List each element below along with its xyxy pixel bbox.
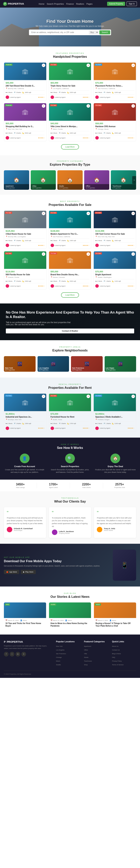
property-card[interactable]: For Sale ♥ $116,999 330 Yard Corner Hous…	[93, 211, 136, 249]
footer-quicklink-item[interactable]: Contact Us	[112, 648, 136, 651]
footer-category-link[interactable]: Shop	[84, 664, 88, 665]
signin-button[interactable]: Sign In	[127, 2, 137, 6]
property-card[interactable]: For Sale ♥ $58,000 Rainbow CRS Avenue 📍C…	[93, 103, 136, 141]
instagram-icon[interactable]: in	[16, 652, 20, 656]
footer-quicklink-item[interactable]: FAQ	[112, 656, 136, 658]
search-type-select[interactable]: Buy Rent	[89, 30, 99, 34]
footer-location-link[interactable]: New York	[56, 645, 63, 647]
footer-quicklink-link[interactable]: Privacy Policy	[112, 660, 122, 662]
wishlist-button[interactable]: ♥	[42, 212, 45, 215]
footer-location-link[interactable]: Miami	[56, 660, 60, 662]
footer-location-item[interactable]: New York	[56, 645, 80, 647]
footer-category-item[interactable]: Studio	[84, 656, 108, 658]
wishlist-button[interactable]: ♥	[132, 104, 135, 108]
twitter-icon[interactable]: t	[10, 652, 15, 656]
facebook-icon[interactable]: f	[4, 652, 8, 656]
neighborhood-card[interactable]: 🌆 New York 25 Properties	[4, 356, 35, 372]
apple-store-button[interactable]: 🍎 App Store	[4, 570, 19, 574]
type-card[interactable]: 🏠 Villas 18 Properties	[31, 170, 56, 190]
footer-location-item[interactable]: San Francisco	[56, 652, 80, 655]
property-card[interactable]: For Rent ♥ $2,000/m Spacious 2 Beds Avai…	[93, 394, 136, 432]
footer-location-item[interactable]: Chicago	[56, 656, 80, 658]
footer-quicklink-link[interactable]: Blog & News	[112, 653, 121, 655]
nav-pages[interactable]: Pages	[86, 3, 92, 5]
wishlist-button[interactable]: ♥	[42, 64, 45, 67]
footer-category-link[interactable]: Studio	[84, 656, 88, 658]
neighborhood-card[interactable]: 🌆 Los Angeles 18 Properties	[37, 356, 69, 372]
footer-location-link[interactable]: Los Angeles	[56, 649, 64, 651]
news-card[interactable]: NEWS 📅 March 5, 2024 👤 Admin Buying a Ho…	[94, 602, 136, 629]
step-title: Search Properties	[49, 465, 91, 468]
nav-home[interactable]: Home	[39, 3, 44, 5]
footer-location-item[interactable]: Los Angeles	[56, 648, 80, 651]
footer-quicklink-link[interactable]: Contact Us	[112, 649, 120, 651]
footer-category-item[interactable]: Office	[84, 648, 108, 651]
footer-category-item[interactable]: Townhouse	[84, 659, 108, 662]
types-next-btn[interactable]: ›	[132, 176, 136, 184]
footer-location-link[interactable]: Seattle	[56, 664, 61, 665]
news-card[interactable]: GUIDE 📅 March 10, 2024 👤 Admin How to Mo…	[49, 602, 91, 629]
nav-realtors[interactable]: Realtors	[76, 3, 84, 5]
neighborhood-card[interactable]: 🌆 Las Vegas 14 Properties	[105, 356, 136, 372]
sale-load-more[interactable]: Load More	[61, 292, 79, 298]
wishlist-button[interactable]: ♥	[132, 395, 135, 398]
wishlist-button[interactable]: ♥	[132, 212, 135, 215]
linkedin-icon[interactable]: li	[21, 652, 26, 656]
type-card[interactable]: 🏠 Studio 15 Properties	[57, 170, 83, 190]
handpicked-grid: Featured ♥ $45,000 240 Yard Brand New Do…	[4, 62, 136, 141]
wishlist-button[interactable]: ♥	[42, 104, 45, 108]
footer-category-link[interactable]: Office	[84, 649, 88, 651]
property-card[interactable]: For Sale ♥ $75,000 Bright Apartment 📍Sea…	[93, 251, 136, 289]
neigh-label: PROPERTY AREAS	[4, 346, 136, 348]
wishlist-button[interactable]: ♥	[86, 395, 90, 398]
how-label: HOW IT WORKS	[4, 443, 136, 445]
contact-realtor-button[interactable]: Contact A Realtor	[6, 329, 134, 333]
property-card[interactable]: For Sale ♥ $125,964 4 Bed Room House for…	[4, 211, 47, 249]
footer-quicklink-link[interactable]: Terms of Service	[112, 664, 124, 665]
bath-icon: 🚿	[13, 240, 16, 242]
nav-logo[interactable]: P PROPERTIVA	[3, 2, 24, 6]
footer-category-link[interactable]: Villa	[84, 653, 87, 655]
footer-category-link[interactable]: Apartment	[84, 645, 91, 647]
wishlist-button[interactable]: ♥	[132, 64, 135, 67]
property-card[interactable]: For Sale ♥ $148,694 Modern Apartment In …	[49, 211, 91, 249]
wishlist-button[interactable]: ♥	[132, 252, 135, 256]
news-card[interactable]: TIPS 📅 March 15, 2024 👤 Admin 10 Tips an…	[4, 602, 46, 629]
footer-location-link[interactable]: Chicago	[56, 656, 62, 658]
footer-category-link[interactable]: Townhouse	[84, 660, 92, 662]
footer-quicklink-link[interactable]: About Us	[112, 645, 118, 647]
footer-category-item[interactable]: Apartment	[84, 645, 108, 647]
footer-location-item[interactable]: Seattle	[56, 663, 80, 666]
wishlist-button[interactable]: ♥	[42, 252, 45, 256]
search-input[interactable]	[30, 30, 88, 34]
nav-search[interactable]: Search Properties	[47, 3, 64, 5]
footer-quicklink-item[interactable]: About Us	[112, 645, 136, 647]
footer-quicklink-item[interactable]: Blog & News	[112, 652, 136, 655]
property-card[interactable]: For Sale ♥ $40,000 Villa Linea Street In…	[49, 103, 91, 141]
property-card[interactable]: Featured ♥ $45,000 240 Yard Brand New Do…	[4, 62, 47, 101]
type-card[interactable]: 🏠 Apartment 22 Properties	[4, 170, 29, 190]
wishlist-button[interactable]: ♥	[42, 395, 45, 398]
property-card[interactable]: For Rent ♥ $1,800/m Industrial and Spaci…	[4, 394, 47, 432]
property-card[interactable]: For Rent ♥ $75,000 Placement Perfect for…	[93, 62, 136, 101]
google-play-button[interactable]: ▶ Play Store	[21, 570, 36, 574]
neighborhood-card[interactable]: 🌆 San Francisco 22 Properties	[71, 356, 103, 372]
search-button[interactable]: Search	[100, 30, 110, 34]
property-card[interactable]: Featured ♥ $55,000 Shopping Mall Buildin…	[4, 103, 47, 141]
footer-category-item[interactable]: Villa	[84, 652, 108, 655]
type-card[interactable]: 🏠 Office 12 Properties	[84, 170, 110, 190]
nav-finance[interactable]: Finance	[66, 3, 74, 5]
submit-property-button[interactable]: Submit Property	[107, 2, 125, 6]
footer-location-item[interactable]: Miami	[56, 659, 80, 662]
property-card[interactable]: For Sale ♥ $65,999 Triple Story House fo…	[49, 62, 91, 101]
property-card[interactable]: For Sale ♥ $75,000 Furnished House for R…	[49, 394, 91, 432]
footer-location-link[interactable]: San Francisco	[56, 653, 66, 655]
footer-quicklink-link[interactable]: FAQ	[112, 656, 115, 658]
footer-quicklink-item[interactable]: Privacy Policy	[112, 659, 136, 662]
property-card[interactable]: For Sale ♥ $119,964 569 Florida House fo…	[4, 251, 47, 289]
footer-category-item[interactable]: Shop	[84, 663, 108, 666]
property-price: $65,999	[51, 82, 90, 84]
footer-quicklink-item[interactable]: Terms of Service	[112, 663, 136, 666]
property-card[interactable]: For Sale ♥ $95,000 Brand New Double Stor…	[49, 251, 91, 289]
handpicked-load-more[interactable]: Load More	[61, 144, 79, 150]
